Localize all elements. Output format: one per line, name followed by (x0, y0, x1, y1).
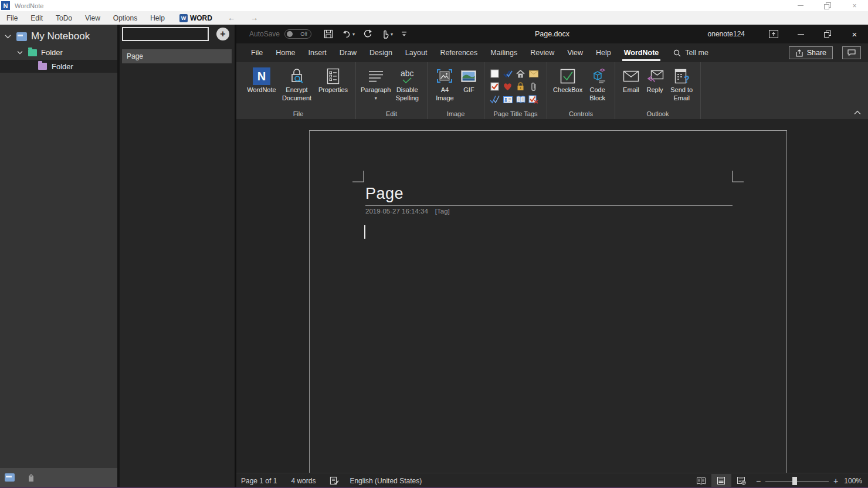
tree-item-notebook[interactable]: My Notebook (0, 28, 117, 45)
tab-view[interactable]: View (561, 43, 589, 62)
send-to-email-button[interactable]: ? Send to Email (667, 65, 696, 109)
autosave-toggle[interactable]: Off (284, 29, 311, 39)
menu-view[interactable]: View (79, 14, 107, 22)
tag-double-check-alt-icon[interactable] (489, 93, 501, 106)
word-count[interactable]: 4 words (291, 477, 316, 485)
word-menu-button[interactable]: W WORD (179, 14, 212, 22)
menu-help[interactable]: Help (144, 14, 171, 22)
touch-mode-button[interactable]: ▾ (378, 28, 396, 40)
tag-lock-icon[interactable] (514, 80, 527, 93)
tag-checkbox-checked-icon[interactable] (489, 80, 501, 93)
tree-item-folder-purple[interactable]: Folder (0, 60, 117, 73)
tab-references[interactable]: References (433, 43, 484, 62)
account-name[interactable]: onenote124 (708, 30, 745, 38)
app-close-button[interactable]: × (850, 2, 859, 10)
reply-button[interactable]: Reply (643, 65, 667, 109)
tag-contact-card-icon[interactable] (501, 93, 514, 106)
page-list-item[interactable]: Page (122, 49, 232, 63)
collapse-ribbon-button[interactable] (854, 107, 861, 117)
page-heading[interactable]: Page (365, 185, 404, 203)
page-search-input[interactable] (123, 30, 219, 38)
touch-mode-dropdown-icon[interactable]: ▾ (391, 32, 393, 37)
tab-insert[interactable]: Insert (302, 43, 333, 62)
tag-icon[interactable] (26, 473, 36, 483)
tag-home-icon[interactable] (514, 67, 527, 80)
print-layout-button[interactable] (711, 474, 731, 488)
print-layout-icon (717, 476, 725, 485)
disable-spelling-button[interactable]: abc Disable Spelling (392, 65, 423, 109)
tab-layout[interactable]: Layout (399, 43, 434, 62)
tree-item-folder-green[interactable]: Folder (0, 46, 117, 59)
page-indicator[interactable]: Page 1 of 1 (241, 477, 277, 485)
nav-back-button[interactable]: ← (228, 13, 235, 22)
add-page-button[interactable]: + (216, 28, 229, 40)
document-page[interactable]: Page 2019-05-27 16:14:34[Tag] (309, 130, 787, 473)
tab-help[interactable]: Help (589, 43, 618, 62)
comments-button[interactable] (842, 46, 861, 59)
chevron-down-icon[interactable] (5, 34, 11, 39)
wordnote-icon: N (253, 67, 270, 85)
properties-button[interactable]: Properties (316, 65, 351, 109)
redo-button[interactable] (360, 28, 375, 40)
menu-file[interactable]: File (0, 14, 24, 22)
read-mode-button[interactable] (691, 474, 711, 488)
tag-remove-icon[interactable] (527, 93, 540, 106)
zoom-in-button[interactable]: + (829, 476, 843, 486)
notebooks-view-icon[interactable] (5, 473, 15, 482)
encrypt-document-button[interactable]: Encrypt Document (278, 65, 316, 109)
undo-button[interactable]: ▾ (338, 28, 358, 40)
tag-paperclip-icon[interactable] (527, 80, 540, 93)
ribbon-display-options-button[interactable] (760, 25, 787, 43)
heading-divider (365, 205, 733, 206)
tag-envelope-icon[interactable] (527, 67, 540, 80)
tag-heart-icon[interactable] (501, 80, 514, 93)
menu-edit[interactable]: Edit (24, 14, 49, 22)
minimize-icon (798, 5, 803, 6)
save-button[interactable] (321, 28, 336, 40)
gif-button[interactable]: GIF (458, 65, 480, 109)
code-block-button[interactable]: Code Block (584, 65, 611, 109)
tag-book-icon[interactable] (514, 93, 527, 106)
pages-panel: × + Page (120, 25, 235, 488)
nav-forward-button[interactable]: → (250, 13, 258, 22)
zoom-level[interactable]: 100% (844, 477, 862, 485)
menu-todo[interactable]: ToDo (49, 14, 79, 22)
tab-design[interactable]: Design (363, 43, 399, 62)
ribbon-tab-row: File Home Insert Draw Design Layout Refe… (236, 43, 868, 62)
word-restore-button[interactable] (814, 25, 841, 43)
proofing-status-icon[interactable] (330, 476, 339, 485)
restore-icon (824, 2, 831, 9)
word-close-button[interactable]: × (841, 25, 868, 43)
wordnote-button[interactable]: N WordNote (245, 65, 278, 109)
zoom-out-button[interactable]: − (751, 476, 765, 486)
tab-mailings[interactable]: Mailings (484, 43, 524, 62)
word-minimize-button[interactable] (787, 25, 814, 43)
tag-checkbox-empty-icon[interactable] (489, 67, 501, 80)
chevron-down-icon[interactable] (17, 50, 23, 55)
tab-home[interactable]: Home (269, 43, 301, 62)
paragraph-icon (368, 70, 384, 83)
undo-dropdown-icon[interactable]: ▾ (352, 32, 355, 37)
app-restore-button[interactable] (823, 2, 832, 10)
tag-double-check-icon[interactable] (501, 67, 514, 80)
tab-draw[interactable]: Draw (333, 43, 363, 62)
app-minimize-button[interactable] (796, 2, 805, 10)
save-icon (324, 29, 333, 39)
page-meta[interactable]: 2019-05-27 16:14:34[Tag] (365, 208, 450, 215)
tell-me-button[interactable]: Tell me (673, 49, 708, 57)
tab-review[interactable]: Review (524, 43, 561, 62)
zoom-slider[interactable] (765, 474, 829, 488)
notebook-icon (16, 32, 27, 41)
tab-wordnote[interactable]: WordNote (618, 43, 666, 62)
customize-qat-button[interactable] (398, 29, 410, 39)
zoom-slider-thumb[interactable] (792, 477, 797, 485)
checkbox-button[interactable]: CheckBox (551, 65, 584, 109)
share-button[interactable]: Share (789, 46, 833, 59)
tab-file[interactable]: File (245, 43, 269, 62)
web-layout-button[interactable] (731, 474, 751, 488)
paragraph-button[interactable]: Paragraph ▾ (360, 65, 392, 109)
email-button[interactable]: Email (619, 65, 643, 109)
a4-image-button[interactable]: A4 Image (432, 65, 458, 109)
language-indicator[interactable]: English (United States) (350, 477, 422, 485)
menu-options[interactable]: Options (107, 14, 144, 22)
